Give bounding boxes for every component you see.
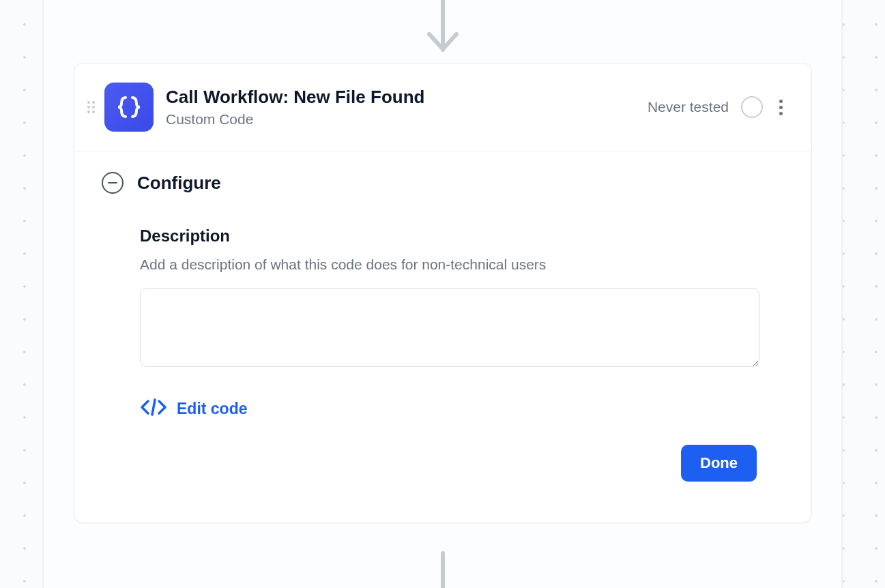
step-title-block: Call Workflow: New File Found Custom Cod… (166, 87, 648, 127)
step-subtitle: Custom Code (166, 111, 648, 128)
drag-handle-icon[interactable] (81, 101, 100, 113)
collapse-icon[interactable] (102, 172, 124, 194)
edit-code-label: Edit code (177, 400, 248, 418)
step-footer: Done (102, 420, 784, 502)
done-button[interactable]: Done (681, 445, 757, 482)
status-indicator-icon (741, 96, 763, 118)
code-icon (140, 397, 167, 420)
step-body: Configure Description Add a description … (74, 151, 811, 523)
step-header: Call Workflow: New File Found Custom Cod… (74, 63, 811, 151)
step-status-text: Never tested (648, 99, 729, 115)
configure-form: Description Add a description of what th… (102, 226, 784, 420)
configure-section-header: Configure (102, 172, 784, 194)
description-help: Add a description of what this code does… (140, 256, 759, 273)
configure-title: Configure (137, 173, 221, 194)
connector-line-bottom (441, 551, 445, 588)
edit-code-button[interactable]: Edit code (140, 397, 248, 420)
description-input[interactable] (140, 288, 759, 367)
step-header-right: Never tested (648, 94, 787, 121)
step-title: Call Workflow: New File Found (166, 87, 648, 108)
more-options-button[interactable] (775, 94, 787, 121)
custom-code-icon (104, 83, 154, 132)
description-label: Description (140, 226, 759, 246)
arrow-down-icon (425, 27, 461, 60)
workflow-step-card: Call Workflow: New File Found Custom Cod… (74, 63, 812, 523)
